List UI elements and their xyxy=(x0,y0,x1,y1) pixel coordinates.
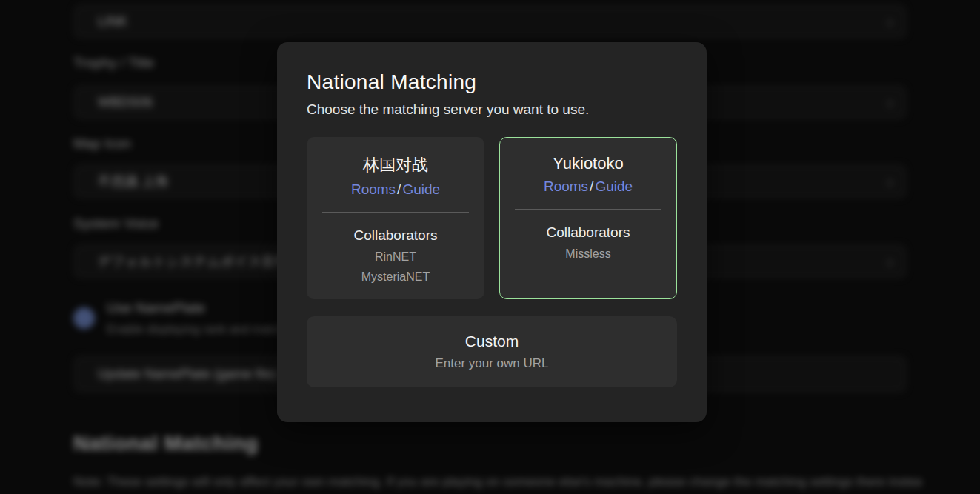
guide-link[interactable]: Guide xyxy=(402,181,440,197)
custom-card-subtitle: Enter your own URL xyxy=(435,356,548,371)
modal-subtitle: Choose the matching server you want to u… xyxy=(307,101,677,118)
server-links: Rooms/Guide xyxy=(512,178,664,195)
server-name: 林国对战 xyxy=(319,154,472,176)
collaborators-title: Collaborators xyxy=(319,227,472,244)
custom-card-title: Custom xyxy=(465,333,519,350)
server-links: Rooms/Guide xyxy=(319,181,472,198)
national-matching-modal: National Matching Choose the matching se… xyxy=(277,42,707,422)
modal-title: National Matching xyxy=(307,70,677,94)
link-separator: / xyxy=(396,181,402,197)
card-divider xyxy=(322,212,469,213)
server-grid: 林国对战 Rooms/Guide Collaborators RinNET My… xyxy=(307,137,677,299)
card-divider xyxy=(515,209,661,210)
collaborators-title: Collaborators xyxy=(512,224,664,241)
server-name: Yukiotoko xyxy=(512,154,664,173)
server-card-yukiotoko[interactable]: Yukiotoko Rooms/Guide Collaborators Miss… xyxy=(499,137,677,299)
collaborator-name: RinNET xyxy=(319,250,472,264)
rooms-link[interactable]: Rooms xyxy=(351,181,396,197)
custom-server-card[interactable]: Custom Enter your own URL xyxy=(307,316,677,387)
server-card-linguo[interactable]: 林国对战 Rooms/Guide Collaborators RinNET My… xyxy=(307,137,484,299)
collaborator-name: Missless xyxy=(512,247,664,261)
guide-link[interactable]: Guide xyxy=(595,178,633,194)
link-separator: / xyxy=(588,178,595,194)
collaborator-name: MysteriaNET xyxy=(319,270,472,284)
rooms-link[interactable]: Rooms xyxy=(544,178,588,194)
